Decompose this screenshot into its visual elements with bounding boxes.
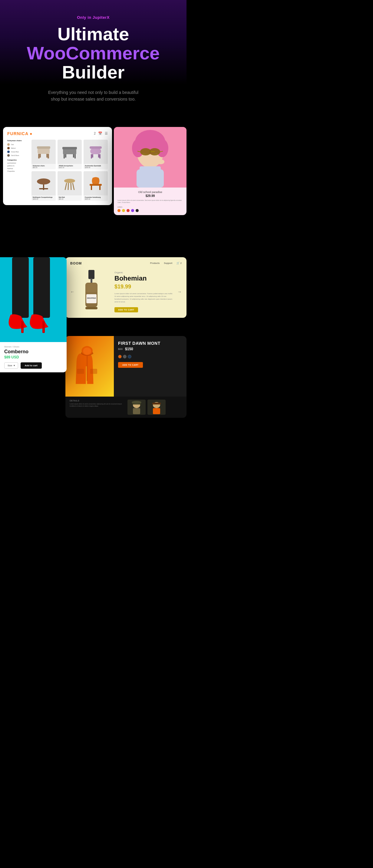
svg-point-41 — [157, 159, 164, 164]
screenshots-row2: Women / Shoes Comberno $89 USD Size ▾ Ad… — [0, 257, 186, 327]
svg-rect-36 — [151, 151, 155, 152]
color-swatch-yellow[interactable] — [122, 209, 125, 212]
color-label-ocean-blue: Ocean Blue — [11, 151, 19, 153]
shoes-info: Women / Shoes Comberno $89 USD Size ▾ Ad… — [0, 342, 67, 372]
jacket-new-price: $150 — [125, 347, 133, 351]
jacket-thumbnails — [128, 400, 182, 415]
chair-svg-2 — [61, 143, 79, 160]
jacket-color-options — [118, 355, 182, 359]
shoes-image-area — [0, 257, 67, 342]
svg-rect-4 — [39, 154, 41, 158]
boom-nav-support[interactable]: Support — [164, 262, 172, 265]
product-card-5: Nah Nah $80.00 — [58, 171, 82, 201]
furniture-sidebar: Suleyman chairs Oak Walnut Ocean Blue — [7, 140, 29, 201]
color-oak-boon: Oak & Boon — [7, 154, 29, 157]
product-info-3: Assimonika Opentalak $289.99 — [83, 164, 108, 169]
color-swatch-purple[interactable] — [131, 209, 134, 212]
color-walnut: Walnut — [7, 147, 29, 149]
jacket-color-orange[interactable] — [118, 355, 122, 359]
color-dot-oak-boon — [7, 154, 10, 157]
sunglass-color-swatches — [117, 209, 183, 212]
product-info-1: Suleyman chairs $63.03 — [32, 164, 56, 169]
boom-add-to-cart-button[interactable]: ADD TO CART — [114, 307, 138, 312]
cat-3: koptimpi — [7, 167, 29, 169]
product-card-1: Suleyman chairs $63.03 — [32, 140, 56, 169]
svg-rect-12 — [90, 148, 101, 154]
svg-rect-7 — [62, 147, 77, 149]
svg-line-22 — [65, 183, 67, 190]
color-swatch-red[interactable] — [127, 209, 130, 212]
svg-point-18 — [37, 179, 50, 185]
furnica-text: FURNICA — [7, 131, 29, 136]
boom-next-arrow[interactable]: → — [177, 289, 182, 294]
sunglasses-screenshot: Old school paradise $29.99 Lorem ipsum d… — [114, 127, 186, 215]
model-svg — [114, 127, 186, 188]
svg-rect-67 — [153, 408, 160, 414]
svg-rect-43 — [12, 257, 29, 318]
product-img-3 — [83, 140, 108, 164]
jacket-add-to-cart-button[interactable]: ADD TO CART — [118, 362, 143, 368]
product-img-6 — [83, 171, 108, 195]
shoes-breadcrumb: Women / Shoes — [4, 346, 62, 348]
boom-prev-arrow[interactable]: ← — [70, 289, 74, 294]
jacket-color-gray[interactable] — [123, 355, 127, 359]
hero-title-line3: Builder — [12, 63, 174, 82]
stool-svg — [61, 175, 79, 191]
chair-svg-3 — [87, 143, 105, 160]
shoes-screenshot: Women / Shoes Comberno $89 USD Size ▾ Ad… — [0, 257, 67, 372]
color-ocean-blue: Ocean Blue — [7, 151, 29, 153]
sunglass-product-desc: Lorem ipsum dolor sit amet consectetur. … — [117, 199, 183, 204]
add-to-cart-button[interactable]: Add to cart — [21, 362, 42, 369]
svg-point-21 — [64, 179, 75, 183]
jacket-old-price: $99 — [118, 347, 123, 350]
svg-rect-56 — [87, 356, 88, 381]
boom-product-body: ← DROPPER Organic — [70, 270, 182, 314]
svg-rect-5 — [46, 154, 48, 158]
jacket-product-title: FIRST DAWN MONT — [118, 341, 182, 346]
sidebar-chairs-title: Suleyman chairs — [7, 140, 29, 142]
jacket-color-navy[interactable] — [128, 355, 131, 359]
product-name-4: Nottlingsis Cosopotioninga — [33, 196, 55, 198]
svg-point-55 — [83, 347, 91, 354]
jacket-description: Lorem ipsum dolor sit amet consectetur a… — [70, 403, 125, 407]
boom-header: BOOM Products Support 🛒 2 — [70, 261, 182, 265]
product-price-1: $63.03 — [33, 167, 55, 168]
bohemian-screenshot: BOOM Products Support 🛒 2 ← — [65, 257, 186, 318]
sunglass-bottom: Old school paradise $29.99 Lorem ipsum d… — [114, 188, 186, 215]
product-info-2: Alfalfa furnopchairs $162.33 — [58, 164, 82, 169]
hero-title: Ultimate WooCommerce Builder — [12, 25, 174, 82]
cat-1: quicklooktest — [7, 162, 29, 164]
furniture-header: FURNICA ● 2 📅 ☰ — [7, 131, 108, 136]
boom-nav-products[interactable]: Products — [150, 262, 160, 265]
boom-product-name: Bohemian — [114, 275, 173, 282]
svg-rect-14 — [91, 154, 92, 158]
color-dot-oak — [7, 143, 10, 146]
jacket-details: DETAILS Lorem ipsum dolor sit amet conse… — [70, 400, 125, 415]
cart-count-badge: 2 — [94, 131, 96, 135]
boom-cart-icon: 🛒 2 — [176, 262, 182, 265]
sunglass-product-price: $29.99 — [117, 194, 183, 197]
svg-point-62 — [132, 401, 141, 404]
furniture-header-icons: 2 📅 ☰ — [94, 131, 108, 135]
svg-rect-13 — [90, 146, 102, 149]
product-card-3: Assimonika Opentalak $289.99 — [83, 140, 108, 169]
svg-rect-26 — [90, 184, 102, 186]
shoes-product-price: $89 USD — [4, 355, 62, 359]
svg-rect-9 — [74, 154, 76, 158]
jacket-thumb-2 — [147, 400, 166, 415]
svg-rect-20 — [39, 188, 48, 189]
boom-product-price: $19.99 — [114, 284, 173, 290]
table-svg-1 — [35, 175, 53, 191]
color-swatch-orange[interactable] — [117, 209, 121, 212]
product-card-6: Cusymion footalinang $385.99 — [83, 171, 108, 201]
hero-title-line1: Ultimate — [12, 25, 174, 43]
svg-rect-48 — [91, 278, 92, 283]
svg-line-23 — [73, 183, 74, 190]
product-img-2 — [58, 140, 82, 164]
sunglass-product-title: Old school paradise — [117, 191, 183, 194]
color-swatch-black[interactable] — [136, 209, 139, 212]
jacket-thumb-1 — [128, 400, 146, 415]
categories-title: Categories — [7, 159, 29, 161]
svg-rect-53 — [86, 307, 98, 309]
size-dropdown[interactable]: Size ▾ — [4, 362, 18, 369]
